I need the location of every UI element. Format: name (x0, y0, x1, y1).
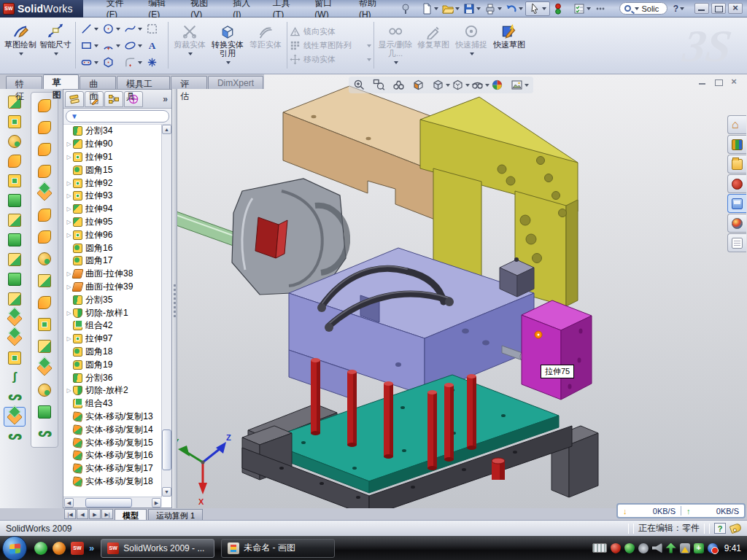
command-tab[interactable]: 草图 (43, 74, 80, 89)
dropdown-caret-icon[interactable] (394, 61, 398, 66)
slot-tool-icon[interactable] (78, 54, 100, 71)
ribbon-big-button[interactable]: 草图绘制 (3, 19, 38, 71)
linear-pattern-icon[interactable] (4, 230, 26, 249)
zoom-fit-icon[interactable] (353, 79, 371, 91)
ribbon-big-button[interactable]: 智能尺寸 (38, 19, 73, 71)
toolbox-icon[interactable] (727, 174, 746, 193)
dropdown-caret-icon[interactable] (94, 44, 98, 50)
tree-row[interactable]: ▷ 圆角17 (65, 254, 162, 268)
configuration-manager-tab-icon[interactable] (104, 91, 123, 107)
ribbon-button[interactable]: 转换实体引用 (209, 19, 247, 71)
document-tab[interactable]: 模型 (115, 509, 147, 520)
tree-row[interactable]: ▷ 拉伸97 (65, 332, 162, 346)
tree-row[interactable]: ▷ 圆角15 (65, 163, 162, 176)
dropdown-caret-icon[interactable] (367, 44, 371, 50)
tree-row[interactable]: ▷ 切除-放样2 (65, 384, 162, 397)
tree-row[interactable]: ▷ 实体-移动/复制13 (65, 411, 162, 424)
extruded-surface-icon[interactable] (34, 139, 55, 160)
thicken-icon[interactable] (34, 357, 55, 379)
quick-launch-overflow-icon[interactable]: » (89, 542, 94, 553)
tree-row[interactable]: ▷ 实体-移动/复制18 (65, 475, 162, 489)
tree-row[interactable]: ▷ 曲面-拉伸39 (65, 281, 162, 294)
wrap-icon[interactable] (4, 210, 26, 230)
volume-icon[interactable] (652, 543, 662, 553)
appearances-scenes-icon[interactable] (727, 214, 746, 233)
curve-through-points-icon[interactable]: ᔕ (34, 423, 55, 445)
expand-arrow-icon[interactable]: ▷ (65, 180, 73, 187)
search-input[interactable]: Solic (619, 2, 667, 15)
doc-close-button[interactable] (728, 77, 740, 87)
tree-row[interactable]: ▷ 拉伸93 (65, 190, 162, 203)
appearance-icon[interactable] (491, 79, 509, 91)
tab-overflow-button[interactable]: » (163, 94, 170, 104)
tree-row[interactable]: ▷ 拉伸94 (65, 203, 162, 216)
dropdown-caret-icon[interactable] (138, 61, 142, 66)
scroll-right-arrow[interactable]: ▶ (152, 498, 161, 508)
design-library-icon[interactable] (727, 135, 746, 154)
point-tool-icon[interactable] (144, 54, 166, 71)
undo-icon[interactable] (504, 1, 525, 16)
swept-boss-icon[interactable] (4, 151, 26, 171)
model-canvas[interactable]: X Y Z (172, 74, 747, 508)
solidworks-launcher-icon[interactable]: SW (71, 542, 84, 555)
messenger-status-icon[interactable] (708, 543, 718, 553)
update-gear-icon[interactable] (638, 543, 649, 553)
expand-arrow-icon[interactable]: ▷ (65, 219, 73, 225)
sync-icon[interactable] (666, 543, 676, 553)
expand-arrow-icon[interactable]: ▷ (65, 206, 73, 212)
fillet-icon[interactable] (4, 131, 26, 151)
dropdown-caret-icon[interactable] (94, 28, 98, 33)
expand-arrow-icon[interactable]: ▷ (65, 141, 73, 147)
sketch-fillet-icon[interactable] (122, 54, 144, 71)
spline-curve-icon[interactable]: ᔕ (4, 427, 26, 446)
rebuild-traffic-light-icon[interactable] (551, 1, 571, 16)
offset-surface-icon[interactable] (34, 204, 55, 226)
options-checklist-icon[interactable] (572, 1, 592, 16)
command-tab[interactable]: DimXpert (208, 76, 263, 89)
extruded-cut-icon[interactable] (4, 112, 26, 131)
media-player-icon[interactable] (53, 542, 66, 555)
tree-row[interactable]: ▷ 切除-放样1 (65, 306, 162, 319)
ribbon-button[interactable]: 修复草图 (414, 19, 452, 71)
document-tab[interactable]: 运动算例 1 (148, 509, 203, 520)
graphics-viewport[interactable]: X Y Z (172, 74, 747, 508)
knit-surface-icon[interactable] (34, 270, 55, 292)
new-document-icon[interactable] (419, 1, 440, 16)
tree-row[interactable]: ▷ 拉伸91 (65, 151, 162, 164)
command-tab[interactable]: 模具工具 (117, 76, 170, 89)
tree-row[interactable]: ▷ 拉伸96 (65, 228, 162, 241)
dropdown-caret-icon[interactable] (94, 61, 98, 66)
expand-arrow-icon[interactable]: ▷ (65, 154, 73, 160)
split-icon[interactable] (4, 269, 26, 289)
search-scope-caret-icon[interactable] (635, 7, 639, 12)
point-icon[interactable] (4, 348, 26, 368)
dropdown-caret-icon[interactable] (525, 84, 529, 89)
zoom-area-icon[interactable] (373, 79, 391, 91)
reference-geometry-icon[interactable] (4, 328, 26, 348)
scroll-thumb[interactable] (85, 498, 132, 508)
print-icon[interactable] (483, 1, 503, 16)
polygon-tool-icon[interactable] (100, 54, 122, 71)
extend-surface-icon[interactable] (34, 314, 55, 335)
rectangle-tool-icon[interactable] (78, 37, 100, 54)
dropdown-caret-icon[interactable] (54, 52, 58, 58)
command-tab[interactable]: 特征 (6, 76, 42, 89)
tree-row[interactable]: ▷ 分割34 (65, 125, 162, 138)
start-button[interactable] (2, 536, 27, 560)
tree-row[interactable]: ▷ 组合43 (65, 397, 162, 411)
tree-row[interactable]: ▷ 实体-移动/复制15 (65, 436, 162, 449)
tree-row[interactable]: ▷ 曲面-拉伸38 (65, 268, 162, 281)
dropdown-caret-icon[interactable] (226, 61, 231, 66)
ribbon-stack-item[interactable]: 移动实体 (290, 54, 371, 65)
tree-filter-input[interactable]: ▼ (66, 110, 169, 122)
tab-scroll-button[interactable]: |◀ (64, 509, 76, 519)
spline-tool-icon[interactable] (122, 20, 144, 37)
expand-arrow-icon[interactable]: ▷ (65, 192, 73, 199)
ribbon-stack-item[interactable]: 线性草图阵列 (290, 40, 371, 51)
tags-icon[interactable] (729, 523, 743, 534)
selection-box-icon[interactable] (144, 20, 166, 37)
expand-arrow-icon[interactable]: ▷ (65, 232, 73, 238)
instant3d-icon[interactable] (4, 407, 26, 427)
lofted-surface-icon[interactable] (34, 160, 55, 182)
arc-tool-icon[interactable] (100, 37, 122, 54)
